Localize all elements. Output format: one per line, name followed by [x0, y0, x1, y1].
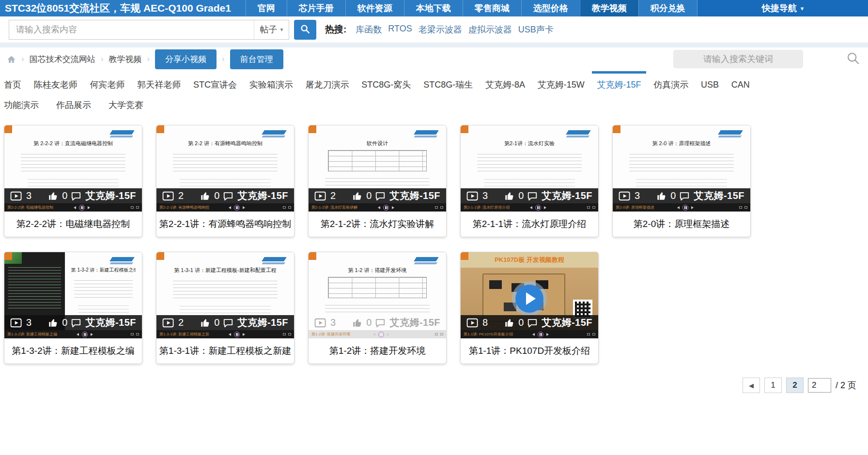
next-track-icon[interactable] [91, 333, 93, 336]
top-nav-item[interactable]: 积分兑换 [638, 0, 698, 16]
top-nav-item[interactable]: 官网 [246, 0, 287, 16]
hot-search-link[interactable]: RTOS [388, 24, 412, 35]
next-track-icon[interactable] [243, 206, 245, 209]
fullscreen-icon[interactable] [136, 333, 139, 335]
hot-search-link[interactable]: USB声卡 [518, 24, 554, 35]
category-tab[interactable]: 实验箱演示 [249, 77, 293, 92]
video-card[interactable]: PK107D板 开发视频教程 PK107D板 开发视频教程 8 [460, 252, 599, 364]
hot-search-link[interactable]: 老梁示波器 [418, 24, 462, 35]
category-tab[interactable]: 艾克姆-15F [597, 77, 641, 92]
keyword-search-input[interactable] [673, 50, 803, 68]
like-count[interactable]: 0 [200, 317, 219, 328]
top-nav-item[interactable]: 零售商城 [463, 0, 521, 16]
pause-icon[interactable] [79, 205, 85, 211]
settings-icon[interactable] [739, 206, 742, 209]
category-tab[interactable]: 屠龙刀演示 [306, 77, 349, 92]
search-button[interactable] [294, 20, 316, 40]
video-card[interactable]: 第 2-0 讲：原理框架描述 第 2-0 讲：原理框架描述 3 [612, 125, 751, 237]
pause-icon[interactable] [535, 205, 541, 211]
pause-icon[interactable] [82, 332, 88, 337]
top-nav-item[interactable]: 芯片手册 [287, 0, 345, 16]
top-nav-item[interactable]: 软件资源 [345, 0, 404, 16]
keyword-search-icon[interactable] [846, 51, 860, 67]
previous-page-button[interactable]: ◀ [743, 378, 760, 393]
video-card[interactable]: 第 2-2-2 讲：直流电磁继电器控制 第 2-2-2 讲：直流电磁继电器控制 … [4, 125, 142, 237]
pause-icon[interactable] [538, 332, 543, 337]
video-card[interactable]: 第 1-2 讲：搭建开发环境 第 1-2 讲：搭建开发环境 3 [308, 252, 447, 364]
previous-track-icon[interactable] [229, 206, 231, 209]
like-count[interactable]: 0 [504, 190, 524, 201]
page-number-button[interactable]: 1 [764, 378, 782, 393]
top-nav-item[interactable]: 教学视频 [580, 0, 638, 16]
category-tab[interactable]: 艾克姆-15W [538, 77, 585, 92]
fullscreen-icon[interactable] [288, 206, 291, 209]
video-card[interactable]: 软件设计 软件设计 2 0 [308, 125, 447, 237]
pause-icon[interactable] [234, 205, 240, 211]
category-tab[interactable]: STC宣讲会 [193, 77, 237, 92]
like-count[interactable]: 0 [200, 190, 219, 201]
top-nav-item[interactable]: 本地下载 [404, 0, 463, 16]
next-track-icon[interactable] [392, 206, 394, 209]
next-track-icon[interactable] [243, 333, 245, 336]
page-number-input[interactable] [808, 378, 831, 393]
next-track-icon[interactable] [88, 206, 90, 209]
settings-icon[interactable] [283, 333, 286, 335]
share-mini-video-button[interactable]: 分享小视频 [155, 49, 217, 69]
next-track-icon[interactable] [546, 333, 549, 336]
like-count[interactable]: 0 [352, 317, 372, 328]
like-count[interactable]: 0 [352, 190, 372, 201]
previous-track-icon[interactable] [229, 333, 231, 336]
pause-icon[interactable] [234, 332, 240, 337]
settings-icon[interactable] [131, 333, 134, 335]
like-count[interactable]: 0 [656, 190, 676, 201]
fullscreen-icon[interactable] [440, 333, 443, 335]
fullscreen-icon[interactable] [592, 206, 595, 209]
fullscreen-icon[interactable] [440, 206, 443, 209]
breadcrumb-item-videos[interactable]: 教学视频 [108, 54, 141, 65]
hot-search-link[interactable]: 虚拟示波器 [468, 24, 512, 35]
previous-track-icon[interactable] [530, 206, 532, 209]
settings-icon[interactable] [283, 206, 286, 209]
category-tab[interactable]: STC8G-瑞生 [423, 77, 473, 92]
fullscreen-icon[interactable] [288, 333, 291, 335]
like-count[interactable]: 0 [48, 317, 67, 328]
settings-icon[interactable] [587, 206, 590, 209]
video-card[interactable]: 第 1-3-2 讲：新建工程模板之编辑 第 1-3-2 讲：新建工程模板之编辑 … [4, 252, 142, 364]
pause-icon[interactable] [378, 332, 384, 337]
category-tab[interactable]: STC8G-窝头 [361, 77, 411, 92]
quick-nav-dropdown[interactable]: 快捷导航 ▾ [698, 0, 868, 16]
category-tab[interactable]: 何宾老师 [90, 77, 125, 92]
hot-search-link[interactable]: 库函数 [356, 24, 382, 35]
video-card[interactable]: 第 1-3-1 讲：新建工程模板-新建和配置工程 第 1-3-1 讲：新建工程模… [156, 252, 294, 364]
front-manage-button[interactable]: 前台管理 [230, 49, 283, 69]
previous-track-icon[interactable] [677, 206, 680, 209]
previous-track-icon[interactable] [77, 333, 79, 336]
fullscreen-icon[interactable] [744, 206, 747, 209]
next-track-icon[interactable] [544, 206, 546, 209]
category-tab[interactable]: 大学竞赛 [108, 97, 143, 113]
previous-track-icon[interactable] [74, 206, 76, 209]
previous-track-icon[interactable] [373, 333, 375, 336]
settings-icon[interactable] [587, 333, 590, 335]
pause-icon[interactable] [682, 205, 688, 211]
search-scope-select[interactable]: 帖子 ▾ [254, 20, 289, 39]
next-track-icon[interactable] [691, 206, 694, 209]
settings-icon[interactable] [131, 206, 134, 209]
search-input[interactable] [9, 20, 254, 39]
top-nav-item[interactable]: 选型价格 [521, 0, 580, 16]
settings-icon[interactable] [435, 206, 438, 209]
category-tab[interactable]: CAN [731, 78, 750, 92]
category-tab[interactable]: 首页 [4, 77, 21, 92]
play-button-icon[interactable] [515, 285, 543, 313]
next-track-icon[interactable] [387, 333, 389, 336]
like-count[interactable]: 0 [48, 190, 67, 201]
settings-icon[interactable] [435, 333, 438, 335]
video-card[interactable]: 第2-1讲：流水灯实验 第2-1讲：流水灯实验 3 [460, 125, 599, 237]
category-tab[interactable]: 作品展示 [56, 97, 91, 113]
category-tab[interactable]: USB [701, 78, 719, 92]
home-icon[interactable] [7, 55, 16, 64]
pause-icon[interactable] [383, 205, 389, 211]
video-card[interactable]: 第 2-2 讲：有源蜂鸣器鸣响控制 第 2-2 讲：有源蜂鸣器鸣响控制 2 [156, 125, 294, 237]
fullscreen-icon[interactable] [592, 333, 595, 335]
category-tab[interactable]: 功能演示 [4, 97, 39, 113]
